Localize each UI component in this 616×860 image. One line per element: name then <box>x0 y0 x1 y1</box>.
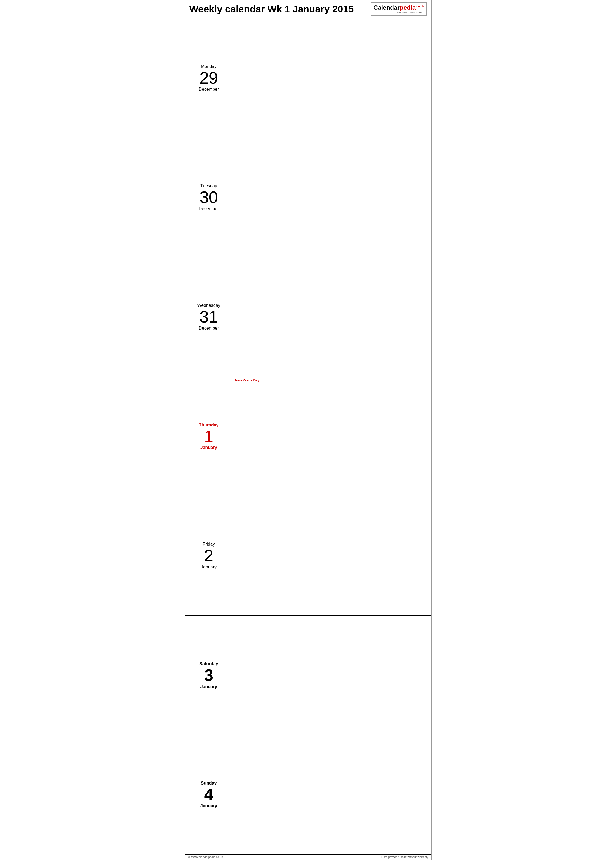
day-row: Tuesday30December <box>185 138 431 257</box>
page-footer: © www.calendarpedia.co.uk Data provided … <box>185 854 431 860</box>
day-number: 1 <box>204 428 213 445</box>
day-content[interactable]: New Year's Day <box>233 377 431 496</box>
day-label-wednesday: Wednesday31December <box>185 257 233 377</box>
month-name: January <box>201 565 216 570</box>
logo-subtitle: Your source for calendars <box>397 11 424 14</box>
day-label-tuesday: Tuesday30December <box>185 138 233 257</box>
day-row: Monday29December <box>185 18 431 138</box>
logo-name: Calendarpedia.co.uk <box>373 4 424 11</box>
day-number: 30 <box>199 189 218 206</box>
calendar-body: Monday29DecemberTuesday30DecemberWednesd… <box>185 18 431 854</box>
day-row: Saturday3January <box>185 616 431 735</box>
page-wrapper: Weekly calendar Wk 1 January 2015 Calend… <box>185 0 431 860</box>
day-number: 4 <box>204 786 213 803</box>
day-content[interactable] <box>233 496 431 615</box>
day-row: Sunday4January <box>185 735 431 854</box>
day-row: Friday2January <box>185 496 431 616</box>
day-label-monday: Monday29December <box>185 18 233 138</box>
day-content[interactable] <box>233 138 431 257</box>
day-name: Thursday <box>199 422 218 427</box>
month-name: December <box>199 87 219 92</box>
month-name: January <box>201 684 217 689</box>
page-header: Weekly calendar Wk 1 January 2015 Calend… <box>185 0 431 18</box>
day-content[interactable] <box>233 616 431 735</box>
day-number: 31 <box>199 309 218 325</box>
page-title: Weekly calendar Wk 1 January 2015 <box>190 3 354 14</box>
day-row: Thursday1JanuaryNew Year's Day <box>185 377 431 496</box>
footer-right: Data provided 'as is' without warranty <box>381 855 428 858</box>
day-label-friday: Friday2January <box>185 496 233 615</box>
day-number: 29 <box>199 70 218 86</box>
logo-calendar-text: Calendar <box>373 4 400 11</box>
day-label-thursday: Thursday1January <box>185 377 233 496</box>
logo-couk-text: .co.uk <box>415 5 424 8</box>
month-name: January <box>201 445 217 450</box>
day-label-saturday: Saturday3January <box>185 616 233 735</box>
footer-left: © www.calendarpedia.co.uk <box>188 855 223 858</box>
logo-pedia-text: pedia <box>400 4 415 11</box>
day-number: 2 <box>204 548 213 564</box>
logo-box: Calendarpedia.co.uk Your source for cale… <box>371 3 426 16</box>
day-number: 3 <box>204 667 213 684</box>
month-name: January <box>201 804 217 808</box>
month-name: December <box>199 206 219 211</box>
holiday-label: New Year's Day <box>235 378 429 382</box>
day-content[interactable] <box>233 257 431 377</box>
day-content[interactable] <box>233 735 431 854</box>
day-content[interactable] <box>233 18 431 138</box>
day-label-sunday: Sunday4January <box>185 735 233 854</box>
day-row: Wednesday31December <box>185 257 431 377</box>
month-name: December <box>199 326 219 331</box>
